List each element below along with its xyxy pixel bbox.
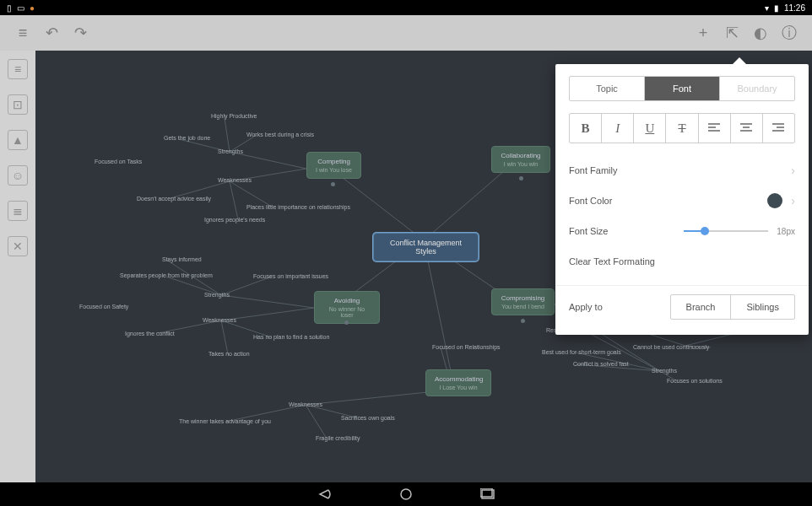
menu-icon: ≡ [19, 24, 28, 42]
label: Strengths [218, 148, 243, 154]
node-competing[interactable]: CompetingI win You lose [306, 152, 361, 179]
theme-button[interactable]: ◐ [746, 19, 775, 47]
node-center[interactable]: Conflict Management Styles [373, 233, 479, 261]
image-tool[interactable]: ▲ [8, 130, 28, 150]
apply-to-row: Apply to Branch Siblings [569, 294, 795, 320]
label: Works best during a crisis [246, 132, 314, 137]
label: Takes no action [208, 351, 250, 357]
home-button[interactable] [399, 487, 413, 501]
attach-tool[interactable]: ⊡ [8, 94, 28, 115]
label: Weaknesses [218, 177, 252, 183]
node-accommodating[interactable]: AccommodatingI Lose You win [425, 369, 491, 396]
font-size-slider[interactable] [684, 230, 768, 232]
node-handle[interactable] [519, 176, 523, 180]
recent-icon [480, 488, 495, 500]
node-handle[interactable] [344, 320, 349, 325]
font-size-row: Font Size 18px [569, 216, 795, 246]
color-swatch [767, 193, 782, 208]
toolbar: ≡ ↶ ↷ + ⇱ ◐ ⓘ [0, 15, 812, 51]
list-icon: ≣ [13, 204, 23, 218]
menu-button[interactable]: ≡ [8, 19, 37, 47]
undo-icon: ↶ [46, 24, 58, 42]
label: Conflict is solved fast [573, 361, 629, 367]
emoji-icon: ☺ [12, 169, 24, 182]
recent-button[interactable] [480, 488, 495, 500]
notification-icon: ▭ [17, 3, 24, 13]
label: Focused on Relationships [432, 344, 501, 350]
label: The winner takes advantage of you [179, 418, 271, 424]
label: Weaknesses [203, 317, 236, 323]
info-icon: ⓘ [782, 23, 797, 43]
node-avoiding[interactable]: AvoidingNo winner No loser [314, 291, 380, 324]
clock: 11:26 [784, 3, 805, 13]
chevron-right-icon: › [791, 164, 795, 177]
label: Strengths [204, 292, 230, 298]
font-size-label: Font Size [569, 226, 684, 236]
notes-icon: ≡ [14, 62, 21, 76]
wifi-icon: ▾ [765, 3, 769, 13]
align-left-button[interactable] [698, 114, 730, 143]
label: Stays informed [162, 256, 202, 262]
apply-to-label: Apply to [569, 302, 670, 312]
slider-thumb[interactable] [701, 227, 709, 235]
node-handle[interactable] [521, 319, 525, 323]
label: Sacrifices own goals [341, 415, 395, 421]
align-center-button[interactable] [730, 114, 762, 143]
apply-branch-button[interactable]: Branch [671, 295, 731, 319]
font-color-row[interactable]: Font Color › [569, 186, 795, 216]
italic-button[interactable]: I [601, 114, 633, 143]
notes-tool[interactable]: ≡ [8, 59, 28, 79]
back-button[interactable] [317, 488, 332, 500]
side-panel: ≡ ⊡ ▲ ☺ ≣ ✕ [0, 51, 35, 482]
label: Ignores the conflict [125, 331, 175, 336]
clear-formatting-row[interactable]: Clear Text Formating [569, 246, 795, 277]
label: Focuses on important issues [253, 273, 328, 279]
emoji-tool[interactable]: ☺ [8, 165, 28, 186]
plus-icon: + [699, 24, 708, 42]
info-button[interactable]: ⓘ [775, 19, 804, 47]
popover-tabs: Topic Font Boundary [569, 76, 795, 101]
node-collaborating[interactable]: CollaboratingI win You win [491, 146, 550, 173]
label: Has no plan to find a solution [253, 334, 329, 340]
undo-button[interactable]: ↶ [37, 19, 66, 47]
attach-icon: ⊡ [13, 98, 23, 111]
align-right-icon [772, 123, 784, 133]
battery-icon: ▮ [774, 3, 779, 13]
share-button[interactable]: ⇱ [717, 19, 746, 47]
align-center-icon [740, 123, 752, 133]
focus-tool[interactable]: ✕ [8, 236, 28, 256]
label: Focuses on solutions [667, 378, 723, 384]
font-family-row[interactable]: Font Family › [569, 155, 795, 186]
svg-line-13 [221, 295, 314, 308]
android-nav-bar [0, 482, 812, 506]
android-status-bar: ▯ ▭ ● ▾ ▮ 11:26 [0, 0, 812, 15]
svg-line-12 [230, 181, 238, 219]
node-handle[interactable] [331, 182, 335, 186]
tab-font[interactable]: Font [644, 77, 719, 100]
chevron-right-icon: › [791, 194, 795, 207]
back-icon [317, 488, 332, 500]
underline-button[interactable]: U [633, 114, 665, 143]
label: Gets the job done [164, 135, 210, 141]
strike-button[interactable]: T [665, 114, 697, 143]
label: Best used for short-term goals [542, 349, 621, 355]
popover-arrow [733, 57, 746, 64]
redo-icon: ↷ [74, 24, 87, 42]
apply-siblings-button[interactable]: Siblings [730, 295, 794, 319]
font-family-label: Font Family [569, 165, 791, 175]
tab-topic[interactable]: Topic [570, 77, 644, 100]
bold-button[interactable]: B [570, 114, 601, 143]
notification-icon: ▯ [7, 3, 12, 13]
clear-formatting-label: Clear Text Formating [569, 256, 795, 266]
label: Fragile credibility [316, 435, 360, 441]
label: Doesn't accept advice easily [137, 196, 211, 202]
label: Strengths [652, 368, 677, 374]
label: Focused on Tasks [95, 159, 142, 164]
align-right-button[interactable] [762, 114, 794, 143]
list-tool[interactable]: ≣ [8, 201, 28, 221]
add-button[interactable]: + [689, 19, 717, 47]
redo-button[interactable]: ↷ [66, 19, 95, 47]
format-toolbar: B I U T [569, 113, 795, 143]
svg-line-9 [225, 118, 230, 152]
node-compromising[interactable]: CompromisingYou bend I bend [491, 288, 555, 315]
